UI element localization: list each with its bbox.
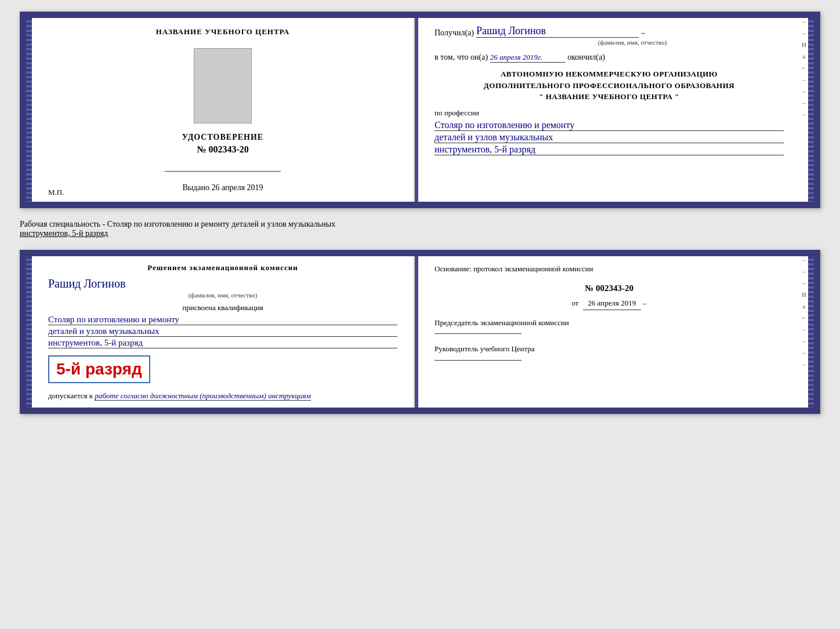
bottom-qual-section: Столяр по изготовлению и ремонту деталей… [48, 315, 397, 348]
left-decorative-strip [21, 13, 32, 206]
bottom-certificate: Решением экзаменационной комиссии Рашид … [20, 250, 820, 414]
vtom-label: в том, что он(а) [435, 53, 488, 61]
bottom-recipient-section: Рашид Логинов (фамилия, имя, отчество) [48, 277, 397, 299]
razryad-box: 5-й разряд [48, 355, 150, 383]
osnovanie-label: Основание: протокол экзаменационной коми… [435, 263, 784, 275]
dash3: – [802, 76, 806, 83]
a-label: а [803, 53, 806, 60]
ot-prefix: от [571, 299, 578, 307]
proto-number-value: 002343-20 [596, 283, 633, 293]
org-line3: " НАЗВАНИЕ УЧЕБНОГО ЦЕНТРА " [435, 91, 784, 103]
dash1: – [802, 18, 806, 25]
proto-prefix: № [585, 283, 593, 293]
predsedatel-sign-line [435, 333, 522, 334]
top-cert-left-content: НАЗВАНИЕ УЧЕБНОГО ЦЕНТРА УДОСТОВЕРЕНИЕ №… [48, 27, 397, 192]
separator-text-main: Рабочая специальность - Столяр по изгото… [20, 220, 335, 228]
org-block: АВТОНОМНУЮ НЕКОММЕРЧЕСКУЮ ОРГАНИЗАЦИЮ ДО… [435, 68, 784, 103]
profession-line1: Столяр по изготовлению и ремонту [435, 120, 784, 131]
vydano-date: 26 апреля 2019 [211, 183, 263, 192]
cert-number-value: 002343-20 [208, 144, 248, 154]
bottom-qual-line3: инструментов, 5-й разряд [48, 338, 397, 348]
recipient-name-top: Рашид Логинов [476, 25, 639, 38]
poluchil-label: Получил(а) [435, 28, 474, 38]
b-a-label: а [803, 303, 806, 310]
osnovanie-section: Основание: протокол экзаменационной коми… [435, 263, 784, 361]
org-line1: АВТОНОМНУЮ НЕКОММЕРЧЕСКУЮ ОРГАНИЗАЦИЮ [435, 68, 784, 80]
i-label: И [802, 41, 806, 48]
dopuskaetsya-section: допускается к работе согласно должностны… [48, 391, 397, 401]
bottom-fio-label: (фамилия, имя, отчество) [48, 292, 397, 299]
cert-number-prefix: № [197, 144, 206, 154]
bottom-qual-line1: Столяр по изготовлению и ремонту [48, 315, 397, 325]
poluchil-row: Получил(а) Рашид Логинов – [435, 25, 784, 38]
completed-date: 26 апреля 2019г. [490, 53, 566, 63]
vtom-row: в том, что он(а) 26 апреля 2019г. окончи… [435, 53, 784, 63]
b-dash3: – [802, 279, 806, 286]
right-decorative-strip-bottom: – – – И а ← – – – – [800, 252, 808, 412]
separator-text-underline: инструментов, 5-й разряд [20, 229, 108, 238]
po-professii-label: по профессии [435, 108, 784, 118]
b-dash1: – [802, 256, 806, 263]
rukovoditel-sign-line [435, 360, 522, 361]
okончил-label: окончил(а) [567, 53, 605, 61]
mp-label: М.П. [48, 188, 64, 197]
org-line2: ДОПОЛНИТЕЛЬНОГО ПРОФЕССИОНАЛЬНОГО ОБРАЗО… [435, 80, 784, 92]
fio-label-top: (фамилия, имя, отчество) [481, 39, 784, 46]
b-i-label: И [802, 291, 806, 298]
dash6: – [802, 111, 806, 118]
proto-number-row: № 002343-20 [435, 281, 784, 295]
ot-dash: – [643, 299, 647, 307]
rukovoditel-label: Руководитель учебного Центра [435, 343, 784, 355]
divider-line-1 [165, 171, 281, 172]
bottom-right-strip [808, 252, 819, 412]
dash2: – [802, 30, 806, 37]
b-dash6: – [802, 349, 806, 356]
udostoverenie-label: УДОСТОВЕРЕНИЕ [182, 133, 263, 142]
b-dash2: – [802, 268, 806, 275]
dash5: – [802, 99, 806, 106]
ot-row: от 26 апреля 2019 – [435, 297, 784, 310]
b-arrow: ← [801, 314, 808, 321]
cert-number: № 002343-20 [197, 144, 248, 155]
b-dash4: – [802, 326, 806, 333]
dash4: – [802, 88, 806, 94]
poluchil-section: Получил(а) Рашид Логинов – (фамилия, имя… [435, 25, 784, 46]
dash-symbol: – [641, 28, 645, 38]
razryad-big-text: 5-й разряд [56, 360, 142, 378]
separator-section: Рабочая специальность - Столяр по изгото… [20, 217, 820, 241]
photo-placeholder [194, 48, 252, 123]
top-org-title: НАЗВАНИЕ УЧЕБНОГО ЦЕНТРА [156, 27, 290, 37]
top-certificate: НАЗВАНИЕ УЧЕБНОГО ЦЕНТРА УДОСТОВЕРЕНИЕ №… [20, 12, 820, 208]
bottom-recipient-name: Рашид Логинов [48, 277, 397, 290]
vydano-label: Выдано [182, 183, 209, 192]
b-dash5: – [802, 337, 806, 344]
bottom-cert-left-page: Решением экзаменационной комиссии Рашид … [32, 252, 415, 412]
predsedatel-label: Председатель экзаменационной комиссии [435, 317, 784, 329]
top-cert-left-page: НАЗВАНИЕ УЧЕБНОГО ЦЕНТРА УДОСТОВЕРЕНИЕ №… [32, 13, 415, 206]
top-cert-right-page: Получил(а) Рашид Логинов – (фамилия, имя… [418, 13, 800, 206]
profession-line2: деталей и узлов музыкальных [435, 132, 784, 143]
b-dash7: – [802, 361, 806, 368]
bottom-cert-right-page: Основание: протокол экзаменационной коми… [418, 252, 800, 412]
right-decorative-strip [808, 13, 819, 206]
dopuskaetsya-text: работе согласно должностным (производств… [95, 391, 310, 401]
profession-line3: инструментов, 5-й разряд [435, 144, 784, 155]
arrow-label: ← [801, 64, 808, 71]
profession-section: Столяр по изготовлению и ремонту деталей… [435, 120, 784, 155]
resheniem-label: Решением экзаменационной комиссии [48, 263, 397, 272]
dopuskaetsya-label: допускается к [48, 391, 93, 400]
prisvoena-label: присвоена квалификация [48, 303, 397, 312]
bottom-qual-line2: деталей и узлов музыкальных [48, 326, 397, 337]
right-decorative-strip-top: – – И а ← – – – – [800, 13, 808, 206]
ot-date: 26 апреля 2019 [583, 297, 641, 310]
vydano-row: Выдано 26 апреля 2019 [182, 183, 263, 192]
bottom-left-strip [21, 252, 32, 412]
